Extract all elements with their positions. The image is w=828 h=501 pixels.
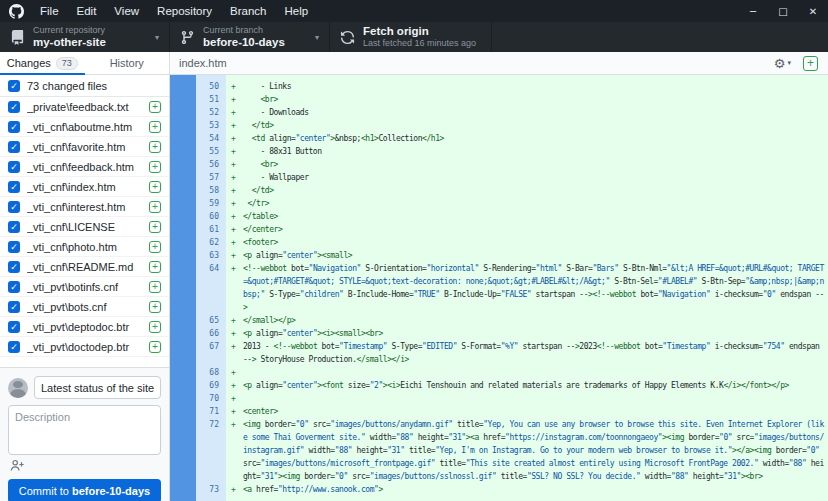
diff-line[interactable]: 53+ </td>: [170, 119, 828, 132]
diff-line-number[interactable]: 53: [196, 119, 226, 132]
diff-gutter-old[interactable]: [170, 236, 196, 249]
diff-line-number[interactable]: 52: [196, 106, 226, 119]
diff-line-number[interactable]: 70: [196, 392, 226, 405]
diff-line-number[interactable]: 65: [196, 314, 226, 327]
file-checkbox-checked[interactable]: ✓: [8, 281, 20, 293]
diff-gutter-old[interactable]: [170, 379, 196, 392]
diff-line-number[interactable]: 57: [196, 171, 226, 184]
diff-line[interactable]: 56+ <br>: [170, 158, 828, 171]
diff-line[interactable]: 51+ <br>: [170, 93, 828, 106]
maximize-button[interactable]: □: [768, 0, 798, 22]
diff-line[interactable]: 69+<p align="center"><font size="2"><i>E…: [170, 379, 828, 392]
diff-gutter-old[interactable]: [170, 392, 196, 405]
diff-line[interactable]: 50+ - Links: [170, 80, 828, 93]
file-row[interactable]: ✓_vti_pvt\doctodep.btr+: [0, 337, 169, 357]
diff-line[interactable]: 60+</table>: [170, 210, 828, 223]
file-row[interactable]: ✓_vti_cnf\feedback.htm+: [0, 157, 169, 177]
diff-line[interactable]: 70+: [170, 392, 828, 405]
diff-gutter-old[interactable]: [170, 145, 196, 158]
diff-gutter-old[interactable]: [170, 262, 196, 314]
menu-repository[interactable]: Repository: [148, 0, 221, 22]
file-checkbox-checked[interactable]: ✓: [8, 241, 20, 253]
diff-line-number[interactable]: 68: [196, 366, 226, 379]
file-checkbox-checked[interactable]: ✓: [8, 201, 20, 213]
diff-gutter-old[interactable]: [170, 106, 196, 119]
diff-gutter-old[interactable]: [170, 366, 196, 379]
diff-gutter-old[interactable]: [170, 184, 196, 197]
add-coauthor-icon[interactable]: [10, 458, 25, 476]
diff-gutter-old[interactable]: [170, 249, 196, 262]
file-checkbox-checked[interactable]: ✓: [8, 221, 20, 233]
diff-gutter-old[interactable]: [170, 418, 196, 483]
diff-line-number[interactable]: 62: [196, 236, 226, 249]
file-checkbox-checked[interactable]: ✓: [8, 181, 20, 193]
commit-summary-input[interactable]: [34, 376, 161, 399]
menu-edit[interactable]: Edit: [68, 0, 106, 22]
file-row[interactable]: ✓_vti_pvt\bots.cnf+: [0, 297, 169, 317]
current-repository-selector[interactable]: Current repository my-other-site ▾: [0, 22, 170, 52]
commit-button[interactable]: Commit to before-10-days: [8, 479, 161, 501]
diff-gutter-old[interactable]: [170, 223, 196, 236]
diff-line-number[interactable]: 69: [196, 379, 226, 392]
diff-line-number[interactable]: 55: [196, 145, 226, 158]
diff-gutter-old[interactable]: [170, 80, 196, 93]
diff-gutter-old[interactable]: [170, 171, 196, 184]
file-row[interactable]: ✓_vti_cnf\interest.htm+: [0, 197, 169, 217]
diff-gutter-old[interactable]: [170, 158, 196, 171]
diff-line-number[interactable]: 59: [196, 197, 226, 210]
diff-line[interactable]: 52+ - Downloads: [170, 106, 828, 119]
file-checkbox-checked[interactable]: ✓: [8, 121, 20, 133]
diff-line-number[interactable]: 71: [196, 405, 226, 418]
diff-gutter-old[interactable]: [170, 132, 196, 145]
current-branch-selector[interactable]: Current branch before-10-days ▾: [170, 22, 330, 52]
diff-line[interactable]: 72+<img border="0" src="images/buttons/a…: [170, 418, 828, 483]
diff-line[interactable]: 59+ </tr>: [170, 197, 828, 210]
file-checkbox-checked[interactable]: ✓: [8, 261, 20, 273]
diff-line[interactable]: 65+</small></p>: [170, 314, 828, 327]
file-checkbox-checked[interactable]: ✓: [8, 141, 20, 153]
file-row[interactable]: ✓_vti_cnf\index.htm+: [0, 177, 169, 197]
diff-line-number[interactable]: 58: [196, 184, 226, 197]
commit-description-textarea[interactable]: [8, 405, 161, 455]
diff-line[interactable]: 71+<center>: [170, 405, 828, 418]
diff-line-number[interactable]: 56: [196, 158, 226, 171]
file-checkbox-checked[interactable]: ✓: [8, 341, 20, 353]
file-checkbox-checked[interactable]: ✓: [8, 321, 20, 333]
tab-history[interactable]: History: [85, 52, 170, 74]
file-checkbox-checked[interactable]: ✓: [8, 101, 20, 113]
diff-line[interactable]: 55+ - 88x31 Button: [170, 145, 828, 158]
diff-line-number[interactable]: 61: [196, 223, 226, 236]
diff-line[interactable]: 54+ <td align="center">&nbsp;<h1>Collect…: [170, 132, 828, 145]
file-row[interactable]: ✓_vti_pvt\botinfs.cnf+: [0, 277, 169, 297]
fetch-origin-button[interactable]: Fetch origin Last fetched 16 minutes ago: [330, 22, 492, 52]
diff-line-number[interactable]: 73: [196, 483, 226, 496]
file-checkbox-checked[interactable]: ✓: [8, 301, 20, 313]
diff-line[interactable]: 61+</center>: [170, 223, 828, 236]
minimize-button[interactable]: ─: [738, 0, 768, 22]
menu-file[interactable]: File: [31, 0, 68, 22]
menu-view[interactable]: View: [105, 0, 148, 22]
close-button[interactable]: ✕: [798, 0, 828, 22]
file-row[interactable]: ✓_private\feedback.txt+: [0, 97, 169, 117]
file-added-status-icon[interactable]: +: [803, 56, 818, 71]
diff-line-number[interactable]: 60: [196, 210, 226, 223]
menu-branch[interactable]: Branch: [221, 0, 275, 22]
diff-gutter-old[interactable]: [170, 210, 196, 223]
diff-line-number[interactable]: 63: [196, 249, 226, 262]
diff-line-number[interactable]: 72: [196, 418, 226, 483]
diff-gutter-old[interactable]: [170, 314, 196, 327]
file-checkbox-checked[interactable]: ✓: [8, 161, 20, 173]
diff-gutter-old[interactable]: [170, 340, 196, 366]
diff-line-number[interactable]: 67: [196, 340, 226, 366]
diff-line-number[interactable]: 54: [196, 132, 226, 145]
diff-line[interactable]: 64+<!--webbot bot="Navigation" S-Orienta…: [170, 262, 828, 314]
diff-gutter-old[interactable]: [170, 197, 196, 210]
diff-line[interactable]: 67+2013 - <!--webbot bot="Timestamp" S-T…: [170, 340, 828, 366]
diff-options-button[interactable]: ⚙ ▾: [774, 56, 791, 71]
file-row[interactable]: ✓_vti_cnf\aboutme.htm+: [0, 117, 169, 137]
diff-line-number[interactable]: 50: [196, 80, 226, 93]
diff-line[interactable]: 66+<p align="center"><i><small><br>: [170, 327, 828, 340]
file-row[interactable]: ✓_vti_pvt\deptodoc.btr+: [0, 317, 169, 337]
diff-gutter-old[interactable]: [170, 119, 196, 132]
tab-changes[interactable]: Changes 73: [0, 52, 85, 74]
